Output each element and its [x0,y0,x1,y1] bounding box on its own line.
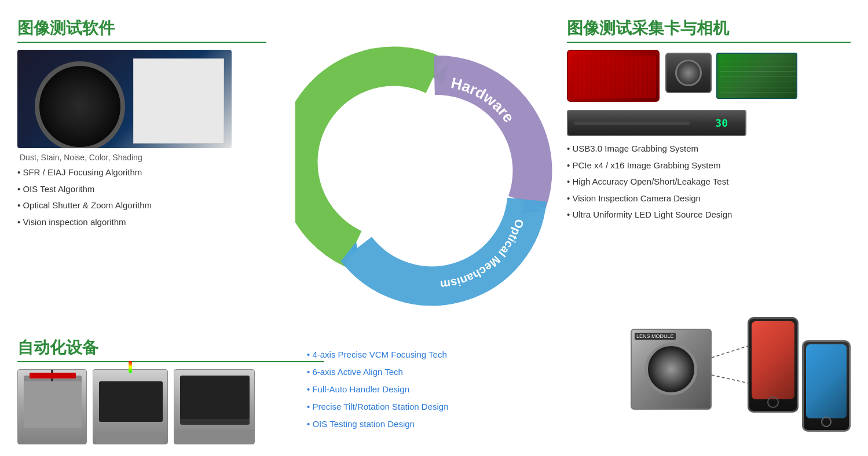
section-bottom-bullets: 4-axis Precise VCM Focusing Tech 6-axis … [307,346,510,433]
phone-screen-2 [806,344,847,418]
automation-bullet-list: 4-axis Precise VCM Focusing Tech 6-axis … [307,346,510,433]
hw-bullet-vision: Vision Inspection Camera Design [567,190,851,207]
hardware-images-row1 [567,50,851,102]
automation-devices [17,369,324,444]
bullet-sfr: SFR / EIAJ Focusing Algorithm [17,164,266,181]
hw-camera-device [665,53,712,93]
section-software: 图像测试软件 Dust, Stain, Noise, Color, Shadin… [17,17,266,230]
auto-bullet-6axis: 6-axis Active Align Tech [307,363,510,381]
phone-device-2 [802,340,851,432]
home-button-1 [767,396,779,408]
base [96,432,164,444]
cycle-arrows-container: Software Hardware Optical Mechanism [295,29,573,330]
dust-text: Dust, Stain, Noise, Color, Shading [20,153,266,162]
bullet-vision: Vision inspection algorithm [17,214,266,231]
auto-bullet-tilt: Precise Tilt/Rotation Station Design [307,398,510,415]
hw-grabber-board [567,50,660,102]
hardware-images-row2 [567,110,851,136]
software-title: 图像测试软件 [17,17,266,43]
phone-screen-1 [752,321,794,399]
automation-title: 自动化设备 [17,337,324,362]
center-cycle-diagram: Software Hardware Optical Mechanism [295,29,573,341]
hw-pcie-card [716,53,797,99]
hw-light-source [567,110,746,136]
main-body [180,376,250,419]
section-automation: 自动化设备 [17,337,324,444]
hardware-bullet-list: USB3.0 Image Grabbing System PCIe x4 / x… [567,141,851,223]
platform [24,381,82,428]
auto-bullet-handler: Full-Auto Handler Design [307,381,510,398]
auto-device-2 [93,369,168,444]
hardware-title: 图像测试采集卡与相机 [567,17,851,43]
svg-point-3 [372,108,497,233]
section-hardware: 图像测试采集卡与相机 USB3.0 Image Grabbing System … [567,17,851,223]
camera-module-section: LENS MODULE [631,317,851,439]
cycle-svg: Software Hardware Optical Mechanism [295,29,573,330]
bullet-ois: OIS Test Algorithm [17,181,266,198]
auto-bullet-4axis: 4-axis Precise VCM Focusing Tech [307,346,510,363]
hw-bullet-accuracy: High Accuracy Open/Short/Leakage Test [567,174,851,190]
chart-overlay [136,61,220,139]
hw-bullet-pcie: PCIe x4 / x16 Image Grabbing System [567,157,851,174]
signal-red [30,373,76,378]
screen [99,381,163,422]
hw-bullet-ultra: Ultra Uniformity LED Light Source Design [567,207,851,223]
auto-bullet-ois: OIS Testing station Design [307,415,510,433]
auto-device-3 [174,369,255,444]
camera-test-image [17,50,232,148]
hw-bullet-usb: USB3.0 Image Grabbing System [567,141,851,157]
signal-light [129,361,132,373]
light-bar [574,122,690,125]
bullet-optical: Optical Shutter & Zoom Algorithm [17,197,266,214]
software-bullet-list: SFR / EIAJ Focusing Algorithm OIS Test A… [17,164,266,230]
auto-device-1 [17,369,87,444]
home-button-2 [821,417,832,427]
phone-device-1 [748,317,799,413]
base [174,429,254,444]
